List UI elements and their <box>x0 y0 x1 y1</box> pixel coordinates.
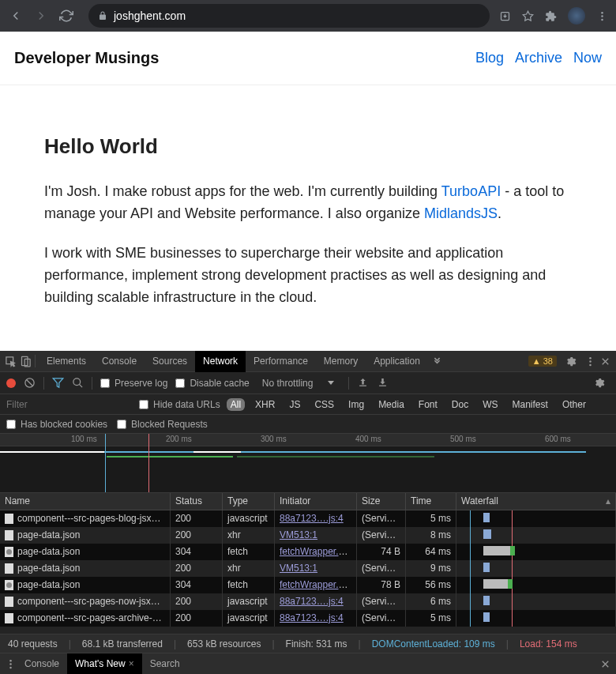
drawer-tab-what-s-new[interactable]: What's New× <box>67 653 142 675</box>
page-header: Developer Musings Blog Archive Now <box>0 32 616 85</box>
table-row[interactable]: page-data.json200xhrVM513:1(Service…9 ms <box>0 560 616 577</box>
site-title: Developer Musings <box>14 49 159 67</box>
col-name[interactable]: Name <box>0 493 171 510</box>
filter-type-font[interactable]: Font <box>415 398 441 411</box>
status-requests: 40 requests <box>8 638 58 650</box>
filter-input[interactable] <box>6 399 133 410</box>
initiator-link[interactable]: VM513:1 <box>280 563 317 574</box>
tab-sources[interactable]: Sources <box>145 351 195 372</box>
download-icon[interactable] <box>377 377 389 389</box>
preserve-log-check[interactable]: Preserve log <box>100 378 167 389</box>
filter-type-manifest[interactable]: Manifest <box>509 398 552 411</box>
filter-type-css[interactable]: CSS <box>310 398 338 411</box>
dt-menu-icon[interactable] <box>584 356 596 367</box>
table-row[interactable]: component---src-pages-blog-jsx…200javasc… <box>0 510 616 527</box>
col-size[interactable]: Size <box>357 493 406 510</box>
devtools-panel: ElementsConsoleSourcesNetworkPerformance… <box>0 351 616 674</box>
filter-type-img[interactable]: Img <box>344 398 368 411</box>
svg-point-11 <box>73 378 81 386</box>
work-paragraph: I work with SME businesses to supercharg… <box>44 243 572 309</box>
filter-type-all[interactable]: All <box>227 398 245 411</box>
link-turboapi[interactable]: TurboAPI <box>441 183 501 199</box>
close-icon[interactable]: × <box>129 658 134 669</box>
filter-type-doc[interactable]: Doc <box>448 398 472 411</box>
dt-close-icon[interactable] <box>599 356 611 367</box>
forward-button[interactable] <box>33 8 49 24</box>
col-type[interactable]: Type <box>223 493 275 510</box>
table-row[interactable]: component---src-pages-archive-…200javasc… <box>0 610 616 627</box>
grid-header: Name Status Type Initiator Size Time Wat… <box>0 493 616 510</box>
file-icon <box>5 563 13 574</box>
back-button[interactable] <box>8 8 24 24</box>
more-tabs-icon[interactable] <box>431 356 443 367</box>
filter-type-xhr[interactable]: XHR <box>251 398 279 411</box>
nav-now[interactable]: Now <box>573 50 602 66</box>
has-blocked-cookies-check[interactable]: Has blocked cookies <box>6 419 107 430</box>
warnings-badge[interactable]: ▲ 38 <box>528 356 557 367</box>
address-bar[interactable]: joshghent.com <box>88 4 490 28</box>
drawer-tab-search[interactable]: Search <box>142 653 188 675</box>
drawer-menu-icon[interactable] <box>5 658 17 670</box>
tab-console[interactable]: Console <box>94 351 145 372</box>
status-transferred: 68.1 kB transferred <box>82 638 163 650</box>
svg-point-16 <box>9 666 12 668</box>
extensions-icon[interactable] <box>545 10 557 22</box>
table-row[interactable]: page-data.json200xhrVM513:1(Service…8 ms <box>0 527 616 544</box>
initiator-link[interactable]: VM513:1 <box>280 529 317 540</box>
tab-performance[interactable]: Performance <box>246 351 316 372</box>
tab-network[interactable]: Network <box>195 351 246 372</box>
initiator-link[interactable]: fetchWrapper.m… <box>280 546 355 557</box>
disable-cache-check[interactable]: Disable cache <box>175 378 249 389</box>
settings-gear-icon[interactable] <box>565 356 577 367</box>
filter-type-media[interactable]: Media <box>374 398 408 411</box>
menu-icon[interactable] <box>596 10 608 22</box>
profile-avatar[interactable] <box>568 7 585 24</box>
svg-point-7 <box>589 356 592 359</box>
clear-icon[interactable] <box>24 377 36 389</box>
network-settings-icon[interactable] <box>593 377 605 389</box>
hide-data-urls-check[interactable]: Hide data URLs <box>139 399 220 410</box>
reload-button[interactable] <box>58 8 74 24</box>
inspect-icon[interactable] <box>5 356 17 367</box>
initiator-link[interactable]: 88a7123….js:4 <box>280 596 344 607</box>
filter-icon[interactable] <box>52 377 64 389</box>
install-icon[interactable] <box>499 10 511 22</box>
status-load: Load: 154 ms <box>520 638 577 650</box>
filter-type-ws[interactable]: WS <box>479 398 501 411</box>
drawer-close-icon[interactable] <box>599 658 611 670</box>
upload-icon[interactable] <box>357 377 369 389</box>
table-row[interactable]: page-data.json304fetchfetchWrapper.m…74 … <box>0 544 616 560</box>
initiator-link[interactable]: 88a7123….js:4 <box>280 612 344 623</box>
lock-icon <box>98 11 107 21</box>
initiator-link[interactable]: 88a7123….js:4 <box>280 513 344 524</box>
tab-memory[interactable]: Memory <box>316 351 366 372</box>
link-midlandsjs[interactable]: MidlandsJS <box>424 205 498 221</box>
record-button[interactable] <box>6 378 16 388</box>
nav-links: Blog Archive Now <box>475 50 602 66</box>
chrome-actions <box>499 7 608 24</box>
col-status[interactable]: Status <box>171 493 223 510</box>
svg-point-2 <box>601 15 603 17</box>
tab-application[interactable]: Application <box>366 351 428 372</box>
filter-type-js[interactable]: JS <box>285 398 304 411</box>
blocked-requests-check[interactable]: Blocked Requests <box>117 419 208 430</box>
initiator-link[interactable]: fetchWrapper.m… <box>280 579 355 590</box>
tab-elements[interactable]: Elements <box>39 351 94 372</box>
nav-archive[interactable]: Archive <box>515 50 562 66</box>
table-row[interactable]: component---src-pages-now-jsx…200javascr… <box>0 593 616 610</box>
filter-type-other[interactable]: Other <box>558 398 590 411</box>
bookmark-star-icon[interactable] <box>522 10 534 22</box>
table-row[interactable]: page-data.json304fetchfetchWrapper.m…78 … <box>0 577 616 593</box>
page-content: Developer Musings Blog Archive Now Hello… <box>0 32 616 351</box>
filter-bar: Hide data URLs AllXHRJSCSSImgMediaFontDo… <box>0 394 616 415</box>
timeline[interactable]: 100 ms200 ms300 ms400 ms500 ms600 ms <box>0 434 616 493</box>
drawer-tab-console[interactable]: Console <box>17 653 67 675</box>
svg-point-15 <box>9 663 12 665</box>
col-waterfall[interactable]: Waterfall ▴ <box>456 493 616 510</box>
device-icon[interactable] <box>20 356 32 367</box>
search-icon[interactable] <box>72 377 84 389</box>
nav-blog[interactable]: Blog <box>475 50 504 66</box>
throttle-select[interactable]: No throttling <box>257 376 340 390</box>
col-time[interactable]: Time <box>406 493 456 510</box>
col-initiator[interactable]: Initiator <box>275 493 357 510</box>
